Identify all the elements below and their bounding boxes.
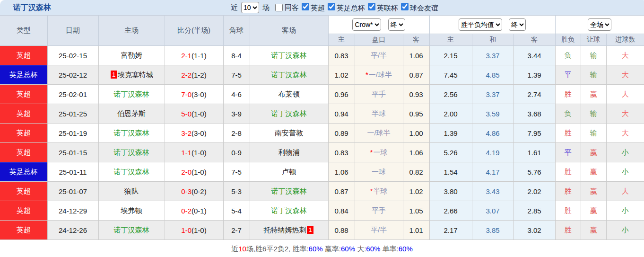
result-cell: 胜 — [555, 124, 581, 143]
league-cell: 英超 — [0, 104, 47, 124]
avg-draw-cell: 3.37 — [472, 85, 513, 104]
full-time-score: 0-2 — [181, 207, 191, 215]
team-name: 卢顿 — [282, 168, 296, 176]
away-team-cell: 利物浦 — [250, 143, 328, 162]
avg-win-cell: 7.45 — [429, 65, 472, 85]
handicap-text: 平手 — [372, 206, 386, 214]
avg-draw-cell: 4.85 — [472, 65, 513, 85]
avg-win-cell: 1.39 — [429, 124, 472, 143]
avg-win-cell: 2.66 — [429, 201, 472, 221]
goals-cell: 大 — [606, 124, 644, 143]
avg-lose-cell: 2.02 — [513, 182, 555, 201]
full-time-score: 2-0 — [181, 168, 191, 176]
team-name: 诺丁汉森林 — [271, 71, 307, 79]
table-row: 英超25-01-25伯恩茅斯5-0(1-0)3-9诺丁汉森林0.94半球0.95… — [0, 104, 644, 124]
handicap-text: 平手 — [372, 90, 386, 98]
full-time-score: 5-0 — [181, 110, 191, 118]
summary-bar: 近10场,胜6平2负2, 胜率:60% 赢率:60% 大:60% 单率:60% — [0, 240, 644, 257]
handicap-result-cell: 赢 — [581, 201, 606, 221]
away-team-cell: 南安普敦 — [250, 124, 328, 143]
league-filter-checkbox[interactable] — [328, 3, 335, 10]
half-time-score: (3-0) — [191, 90, 207, 98]
avg-lose-cell: 5.76 — [513, 162, 555, 182]
goals-cell: 大 — [606, 65, 644, 85]
avg-draw-cell: 3.59 — [472, 104, 513, 124]
topbar: 诺丁汉森林 近 10 场 同客 英超英足总杯英联杯球会友谊 — [0, 0, 644, 15]
goals-cell: 大 — [606, 182, 644, 201]
team-name: 托特纳姆热刺 — [263, 226, 306, 234]
corner-cell: 8-4 — [223, 46, 250, 65]
result-cell: 平 — [555, 65, 581, 85]
home-team-cell: 伯恩茅斯 — [98, 104, 165, 124]
matches-table: 类型 日期 主场 比分(半场) 角球 客场 Crow* 终 胜平负均值 终 全场 — [0, 15, 644, 240]
handicap-text: 平/半 — [371, 226, 387, 234]
avg-win-cell: 2.17 — [429, 221, 472, 240]
scope-select[interactable]: 全场 — [588, 18, 611, 31]
home-team-cell: 诺丁汉森林 — [98, 85, 165, 104]
games-label: 场 — [262, 3, 270, 12]
result-cell: 负 — [555, 46, 581, 65]
date-cell: 25-02-12 — [47, 65, 98, 85]
corner-cell: 3-9 — [223, 104, 250, 124]
league-cell: 英超 — [0, 46, 47, 65]
half-time-score: (1-2) — [191, 71, 207, 79]
handicap-cell: 平/半 — [355, 221, 403, 240]
result-cell: 胜 — [555, 201, 581, 221]
half-time-score: (1-0) — [191, 149, 207, 157]
handicap-cell: 一/球半 — [355, 124, 403, 143]
goals-cell: 小 — [606, 221, 644, 240]
team-name: 诺丁汉森林 — [114, 148, 149, 156]
goals-cell: 大 — [606, 104, 644, 124]
avg-lose-cell: 2.74 — [513, 85, 555, 104]
goals-cell: 小 — [606, 201, 644, 221]
avg-time-select[interactable]: 终 — [509, 18, 526, 31]
near-label: 近 — [231, 3, 238, 12]
full-time-score: 2-2 — [181, 71, 191, 79]
away-team-cell: 卢顿 — [250, 162, 328, 182]
handicap-text: 一球 — [373, 148, 387, 156]
handicap-odds-home-cell: 0.84 — [328, 201, 355, 221]
summary-part: 60% — [341, 245, 355, 253]
handicap-odds-away-cell: 1.06 — [403, 46, 429, 65]
avg-draw-cell: 3.85 — [472, 221, 513, 240]
date-cell: 24-12-29 — [47, 201, 98, 221]
avg-win-cell: 1.54 — [429, 162, 472, 182]
league-filter-checkbox[interactable] — [401, 3, 409, 10]
handicap-result-cell: 赢 — [581, 162, 606, 182]
team-name: 埃克塞特城 — [118, 71, 153, 79]
half-time-score: (1-0) — [191, 110, 207, 118]
handicap-group-header: Crow* 终 — [328, 16, 429, 34]
handicap-result-cell: 输 — [581, 124, 606, 143]
team-name: 诺丁汉森林 — [114, 226, 149, 234]
handicap-cell: 一球 — [355, 162, 403, 182]
odds-time-select[interactable]: 终 — [388, 18, 405, 31]
league-filter-checkbox[interactable] — [302, 3, 309, 10]
sub-header-avg-draw: 和 — [472, 34, 513, 46]
same-away-checkbox[interactable] — [275, 4, 283, 11]
corner-cell: 4-6 — [223, 85, 250, 104]
half-time-score: (0-2) — [191, 187, 207, 195]
sub-header-goals: 进球数 — [606, 34, 644, 46]
result-cell: 负 — [555, 104, 581, 124]
score-cell: 3-2(3-0) — [165, 124, 223, 143]
col-header-score: 比分(半场) — [165, 16, 223, 46]
handicap-odds-away-cell: 0.93 — [403, 85, 429, 104]
col-header-type: 类型 — [0, 16, 47, 46]
near-count-select[interactable]: 10 — [241, 2, 259, 13]
away-team-cell: 诺丁汉森林 — [250, 201, 328, 221]
away-team-cell: 布莱顿 — [250, 85, 328, 104]
matches-tbody: 英超25-02-15富勒姆2-1(1-1)8-4诺丁汉森林0.83平/半1.06… — [0, 46, 644, 240]
avg-draw-cell: 3.43 — [472, 182, 513, 201]
corner-cell: 7-5 — [223, 65, 250, 85]
avg-win-cell: 2.56 — [429, 85, 472, 104]
avg-type-select[interactable]: 胜平负均值 — [459, 18, 502, 31]
score-cell: 2-2(1-2) — [165, 65, 223, 85]
bookmaker-select[interactable]: Crow* — [352, 18, 381, 31]
sub-header-odds-away: 客 — [403, 34, 429, 46]
away-team-cell: 诺丁汉森林 — [250, 104, 328, 124]
corner-cell: 5-4 — [223, 201, 250, 221]
sub-header-result: 胜负 — [555, 34, 581, 46]
handicap-odds-home-cell: 0.83 — [328, 46, 355, 65]
league-filter-checkbox[interactable] — [368, 3, 375, 10]
league-cell: 英超 — [0, 201, 47, 221]
